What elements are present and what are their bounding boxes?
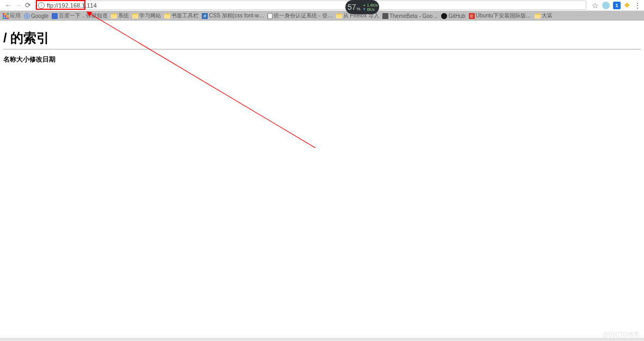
bookmark-item[interactable]: ThemeBeta - Goo… xyxy=(382,13,438,19)
folder-icon xyxy=(132,14,138,18)
listing-headers: 名称 大小 修改日期 xyxy=(3,55,641,64)
arrow-down-icon: ▼ xyxy=(363,8,366,11)
col-name[interactable]: 名称 xyxy=(3,55,16,64)
url-input[interactable]: i ftp://192.168.1.114 xyxy=(35,1,586,10)
system-hud: 57% ▲1.4K/s ▼0K/s xyxy=(345,0,379,14)
hud-value: 57% xyxy=(348,3,361,11)
reload-button[interactable]: ⟳ xyxy=(23,1,33,9)
bookmark-item[interactable]: 书签工具栏 xyxy=(164,12,199,20)
bookmark-item[interactable]: CUbuntu下安装国际版… xyxy=(469,12,531,20)
bookmark-item[interactable]: 百度一下，你就知道 xyxy=(52,12,108,20)
bookmarks-bar: 应用 GGoogle 百度一下，你就知道 系统 学习网站 书签工具栏 #CSS … xyxy=(0,11,644,21)
folder-icon xyxy=(535,14,541,18)
bookmark-star-icon[interactable]: ☆ xyxy=(592,1,599,10)
hud-netstats: ▲1.4K/s ▼0K/s xyxy=(363,3,378,11)
folder-icon xyxy=(164,14,170,18)
page-content: / 的索引 名称 大小 修改日期 xyxy=(0,21,644,69)
extension-icon-3[interactable]: ❖ xyxy=(624,1,630,9)
page-title: / 的索引 xyxy=(3,25,641,49)
divider xyxy=(3,49,641,49)
bottom-strip xyxy=(0,338,644,341)
back-button[interactable]: ← xyxy=(3,1,13,9)
col-date[interactable]: 修改日期 xyxy=(29,55,55,64)
github-icon xyxy=(441,13,447,19)
col-size[interactable]: 大小 xyxy=(16,55,29,64)
page-icon xyxy=(268,13,273,19)
google-icon: G xyxy=(24,13,30,19)
extension-icon-1[interactable] xyxy=(602,2,610,9)
folder-icon xyxy=(111,14,117,18)
info-icon[interactable]: i xyxy=(38,2,45,9)
bookmark-item[interactable]: 系统 xyxy=(111,12,129,20)
css-icon: # xyxy=(202,13,208,19)
bookmark-item[interactable]: #CSS 加粗(css font-w… xyxy=(202,12,264,20)
bookmark-item[interactable]: GGoogle xyxy=(24,13,48,19)
ubuntu-icon: C xyxy=(469,13,475,19)
arrow-up-icon: ▲ xyxy=(363,3,366,7)
baidu-icon xyxy=(52,13,58,19)
bookmark-item[interactable]: 统一身份认证系统 - 登… xyxy=(268,12,333,20)
bookmark-item[interactable]: GitHub xyxy=(441,13,465,19)
bookmark-item[interactable]: 大富 xyxy=(535,12,553,20)
apps-shortcut[interactable]: 应用 xyxy=(3,12,21,20)
browser-menu-icon[interactable]: ⋮ xyxy=(634,1,641,10)
theme-icon xyxy=(382,13,388,19)
url-text: ftp://192.168.1.114 xyxy=(47,2,97,9)
forward-button[interactable]: → xyxy=(13,1,23,9)
apps-grid-icon xyxy=(3,13,9,19)
bookmark-item[interactable]: 学习网站 xyxy=(132,12,161,20)
apps-label: 应用 xyxy=(10,12,21,20)
extension-icon-2[interactable]: 1 xyxy=(613,2,621,9)
watermark: @51CTO博客 xyxy=(603,331,640,339)
toolbar-right: ☆ 1 ❖ ⋮ xyxy=(589,1,641,10)
address-bar: ← → ⟳ i ftp://192.168.1.114 ☆ 1 ❖ ⋮ xyxy=(0,0,644,11)
folder-icon xyxy=(336,14,342,18)
